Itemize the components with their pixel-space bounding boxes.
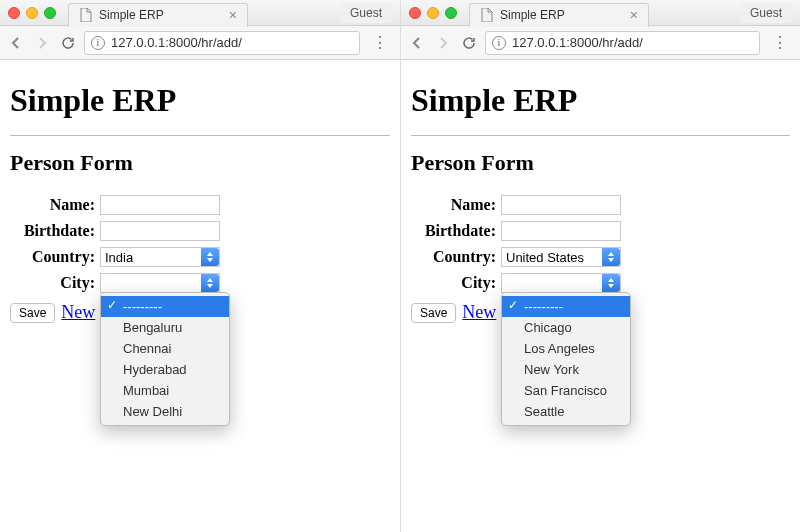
back-button[interactable]	[6, 33, 26, 53]
form-title: Person Form	[10, 150, 390, 176]
dropdown-option[interactable]: San Francisco	[502, 380, 630, 401]
minimize-window-icon[interactable]	[26, 7, 38, 19]
name-input[interactable]	[100, 195, 220, 215]
reload-button[interactable]	[459, 33, 479, 53]
profile-badge[interactable]: Guest	[340, 3, 392, 23]
address-bar[interactable]: i 127.0.0.1:8000/hr/add/	[84, 31, 360, 55]
url-text: 127.0.0.1:8000/hr/add/	[111, 35, 242, 50]
dropdown-option[interactable]: ---------	[101, 296, 229, 317]
minimize-window-icon[interactable]	[427, 7, 439, 19]
tab-close-icon[interactable]: ×	[229, 7, 237, 23]
browser-menu-icon[interactable]: ⋮	[766, 33, 794, 52]
maximize-window-icon[interactable]	[44, 7, 56, 19]
select-arrow-icon	[602, 274, 620, 292]
birthdate-input[interactable]	[100, 221, 220, 241]
window-controls	[8, 7, 56, 19]
city-select[interactable]	[501, 273, 621, 293]
divider	[10, 135, 390, 136]
page-icon	[79, 8, 93, 22]
save-button[interactable]: Save	[411, 303, 456, 323]
birthdate-label: Birthdate:	[10, 222, 100, 240]
birthdate-label: Birthdate:	[411, 222, 501, 240]
city-label: City:	[411, 274, 501, 292]
site-info-icon[interactable]: i	[91, 36, 105, 50]
dropdown-option[interactable]: Hyderabad	[101, 359, 229, 380]
form-title: Person Form	[411, 150, 790, 176]
browser-menu-icon[interactable]: ⋮	[366, 33, 394, 52]
name-label: Name:	[411, 196, 501, 214]
city-label: City:	[10, 274, 100, 292]
window-titlebar: Simple ERP × Guest	[401, 0, 800, 26]
city-dropdown-menu: --------- Chicago Los Angeles New York S…	[501, 292, 631, 426]
country-select-value: India	[105, 250, 133, 265]
tab-title: Simple ERP	[99, 8, 164, 22]
profile-badge[interactable]: Guest	[740, 3, 792, 23]
back-button[interactable]	[407, 33, 427, 53]
forward-button	[32, 33, 52, 53]
city-select[interactable]	[100, 273, 220, 293]
new-link[interactable]: New	[61, 302, 95, 323]
dropdown-option[interactable]: Chennai	[101, 338, 229, 359]
dropdown-option[interactable]: ---------	[502, 296, 630, 317]
close-window-icon[interactable]	[8, 7, 20, 19]
country-select[interactable]: United States	[501, 247, 621, 267]
window-controls	[409, 7, 457, 19]
browser-toolbar: i 127.0.0.1:8000/hr/add/ ⋮	[401, 26, 800, 60]
url-text: 127.0.0.1:8000/hr/add/	[512, 35, 643, 50]
browser-tab[interactable]: Simple ERP ×	[68, 3, 248, 27]
address-bar[interactable]: i 127.0.0.1:8000/hr/add/	[485, 31, 760, 55]
maximize-window-icon[interactable]	[445, 7, 457, 19]
country-select[interactable]: India	[100, 247, 220, 267]
divider	[411, 135, 790, 136]
page-title: Simple ERP	[411, 82, 790, 119]
select-arrow-icon	[602, 248, 620, 266]
browser-tab[interactable]: Simple ERP ×	[469, 3, 649, 27]
browser-toolbar: i 127.0.0.1:8000/hr/add/ ⋮	[0, 26, 400, 60]
dropdown-option[interactable]: Seattle	[502, 401, 630, 422]
birthdate-input[interactable]	[501, 221, 621, 241]
site-info-icon[interactable]: i	[492, 36, 506, 50]
select-arrow-icon	[201, 248, 219, 266]
country-label: Country:	[411, 248, 501, 266]
forward-button	[433, 33, 453, 53]
page-icon	[480, 8, 494, 22]
name-label: Name:	[10, 196, 100, 214]
name-input[interactable]	[501, 195, 621, 215]
save-button[interactable]: Save	[10, 303, 55, 323]
new-link[interactable]: New	[462, 302, 496, 323]
select-arrow-icon	[201, 274, 219, 292]
dropdown-option[interactable]: New York	[502, 359, 630, 380]
reload-button[interactable]	[58, 33, 78, 53]
city-dropdown-menu: --------- Bengaluru Chennai Hyderabad Mu…	[100, 292, 230, 426]
tab-close-icon[interactable]: ×	[630, 7, 638, 23]
window-titlebar: Simple ERP × Guest	[0, 0, 400, 26]
tab-title: Simple ERP	[500, 8, 565, 22]
country-label: Country:	[10, 248, 100, 266]
country-select-value: United States	[506, 250, 584, 265]
page-title: Simple ERP	[10, 82, 390, 119]
dropdown-option[interactable]: New Delhi	[101, 401, 229, 422]
close-window-icon[interactable]	[409, 7, 421, 19]
dropdown-option[interactable]: Bengaluru	[101, 317, 229, 338]
dropdown-option[interactable]: Chicago	[502, 317, 630, 338]
dropdown-option[interactable]: Los Angeles	[502, 338, 630, 359]
dropdown-option[interactable]: Mumbai	[101, 380, 229, 401]
